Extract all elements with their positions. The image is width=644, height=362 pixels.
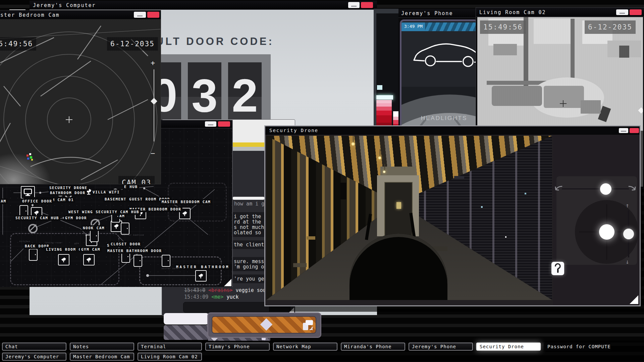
master-cam-minimize-button[interactable] <box>134 12 146 18</box>
hazard-progress-dialog <box>207 312 321 338</box>
map-label: GYM DOOR <box>64 215 88 221</box>
cam-zoom-handle[interactable] <box>638 107 643 113</box>
window-master-bedroom-cam: Master Bedroom Cam <box>0 10 161 184</box>
drone-resize-handle[interactable] <box>630 295 638 304</box>
valve-node-icon[interactable] <box>28 224 38 233</box>
network-map-resize-handle[interactable] <box>224 279 231 286</box>
drone-content: ↑ ↓ <box>265 135 640 305</box>
jeremys-computer-title: Jeremy's Computer <box>33 2 96 8</box>
map-label: E HUB <box>123 184 139 190</box>
chat-scrollbar[interactable] <box>232 197 265 200</box>
phone-status-bar: 3:49 PM <box>401 22 477 31</box>
altitude-knob[interactable] <box>623 229 634 239</box>
map-label: SECURITY CAM HUB <box>14 215 60 221</box>
taskbar-item-security-drone[interactable]: Security Drone <box>476 343 541 351</box>
taskbar-item-living-room-cam-02[interactable]: Living Room Cam 02 <box>138 353 202 361</box>
phone-titlebar[interactable]: Jeremy's Phone <box>398 9 479 18</box>
master-cam-close-button[interactable] <box>147 12 159 18</box>
taskbar-item-notes[interactable]: Notes <box>70 343 134 351</box>
hanging-lamp <box>380 149 380 157</box>
drone-title: Security Drone <box>269 128 318 133</box>
door-node-icon[interactable] <box>133 255 142 267</box>
taskbar-item-terminal[interactable]: Terminal <box>138 343 202 351</box>
map-label: BATHROOM DOOR <box>49 190 87 196</box>
taskbar-item-network-map[interactable]: Network Map <box>273 343 337 351</box>
door-node-icon[interactable] <box>90 230 99 242</box>
door-node-icon[interactable] <box>121 223 129 235</box>
vault-digit-reel[interactable]: 2 <box>228 62 262 129</box>
cam-crosshair <box>66 116 72 123</box>
taskbar-item-mirandas-phone[interactable]: Miranda's Phone <box>341 343 405 351</box>
password-cracker-fragment <box>164 313 209 324</box>
taskbar-item-chat[interactable]: Chat <box>2 343 66 351</box>
living-cam-minimize-button[interactable] <box>616 9 628 15</box>
joystick-knob[interactable] <box>599 224 614 240</box>
map-label: WEST WING SECURITY CAM HUB <box>67 209 141 215</box>
hanging-lamp <box>384 164 385 171</box>
hanging-lamp <box>353 136 354 143</box>
vault-digit-reel[interactable]: 3 <box>188 62 221 129</box>
map-label: MASTER BEDROOM CAM <box>160 199 212 205</box>
cam-timestamp: 15:49:56 <box>0 37 36 51</box>
hanging-lamp <box>378 157 381 159</box>
map-label: MASTER BATHROOM CAM <box>175 264 233 270</box>
camera-node-icon[interactable] <box>83 254 95 265</box>
hanging-lamp <box>352 142 355 145</box>
cam-zoom-out[interactable]: − <box>151 149 155 158</box>
altitude-up-arrow-icon[interactable]: ↑ <box>626 202 629 209</box>
taskbar-item-timmys-phone[interactable]: Timmy's Phone <box>205 343 270 351</box>
phone-title: Jeremy's Phone <box>401 10 453 16</box>
claw-tool-button[interactable] <box>551 262 564 275</box>
drone-control-panel: ↑ ↓ <box>553 135 640 305</box>
headlights-label[interactable]: HEADLIGHTS <box>416 115 473 122</box>
map-room-outline <box>139 256 222 285</box>
cam-timestamp: 15:49:56 <box>480 20 526 34</box>
camera-node-icon[interactable] <box>195 270 207 282</box>
map-label: OFFICE DOOR <box>21 198 53 204</box>
hanging-lamp <box>383 171 385 173</box>
cam-date: 6-12-2035 <box>585 20 636 34</box>
cam-crosshair <box>560 100 567 107</box>
rotate-knob[interactable] <box>600 183 611 195</box>
taskbar: Chat Notes Terminal Timmy's Phone Networ… <box>0 341 644 362</box>
living-cam-close-button[interactable] <box>630 9 642 15</box>
map-room-label: guest room <box>101 189 116 192</box>
progress-marker-diamond[interactable] <box>260 318 273 331</box>
master-cam-floor-blob <box>0 153 51 184</box>
taskbar-item-jeremys-phone[interactable]: Jeremy's Phone <box>409 343 473 351</box>
drone-minimize-button[interactable] <box>619 128 628 133</box>
rotate-right-arrow-icon[interactable] <box>628 184 638 194</box>
door-node-icon[interactable] <box>29 249 38 261</box>
living-cam-titlebar[interactable]: Living Room Cam 02 <box>476 8 644 17</box>
taskbar-item-master-bedroom-cam[interactable]: Master Bedroom Cam <box>70 353 134 361</box>
jeremys-computer-titlebar[interactable]: Jeremy's Computer <box>30 1 377 10</box>
taskbar-item-jeremys-computer[interactable]: Jeremy's Computer <box>2 353 66 361</box>
map-label: GYM CAM <box>80 247 102 252</box>
map-label: MASTER BATHROOM DOOR <box>106 248 163 254</box>
cam-zoom-in[interactable]: + <box>151 59 155 67</box>
door-keypad-light <box>396 202 401 209</box>
map-room-label: master bath <box>162 267 179 269</box>
map-label: NOOK CAM <box>82 225 106 231</box>
jeremys-computer-close-button[interactable] <box>361 2 373 8</box>
altitude-down-arrow-icon[interactable]: ↓ <box>626 258 629 265</box>
drone-camera-view <box>266 136 552 300</box>
taskbar-item-password-for-computer[interactable]: Password for COMPUTER <box>544 343 611 351</box>
door-node-icon[interactable] <box>162 255 170 267</box>
cam-zoom-track[interactable] <box>154 69 154 141</box>
window-security-drone: Security Drone <box>264 125 641 306</box>
chat-line-struck: 15:43:0 <brains> veggie soup <box>184 287 269 293</box>
copy-pages-icon[interactable] <box>302 319 314 331</box>
jeremys-computer-minimize-button[interactable] <box>348 2 360 8</box>
drone-close-button[interactable] <box>630 128 639 133</box>
cam-id-label: CAM 03 <box>118 176 155 184</box>
drone-titlebar[interactable]: Security Drone <box>265 126 640 135</box>
map-room-label: kitchen <box>19 240 30 242</box>
rotate-track[interactable] <box>562 188 629 189</box>
map-label: OM CAM <box>0 198 8 204</box>
map-room-label: gym <box>74 242 79 244</box>
camera-node-icon[interactable] <box>58 254 69 265</box>
hazard-progress-bar <box>212 316 316 334</box>
intruder-glitch-marker <box>26 153 35 162</box>
master-cam-titlebar[interactable]: Master Bedroom Cam <box>0 10 161 19</box>
